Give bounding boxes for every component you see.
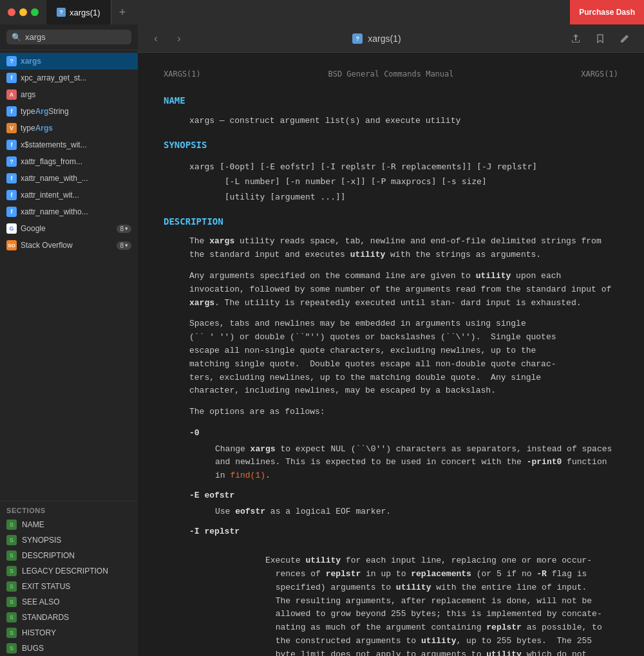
section-item[interactable]: SSTANDARDS <box>0 610 138 625</box>
main-layout: 🔍 ✕ ?xargsfxpc_array_get_st...Aargsftype… <box>0 24 644 656</box>
option-0-desc: Change xargs to expect NUL (``\0'') char… <box>164 443 618 483</box>
section-badge: S <box>6 566 17 576</box>
close-button[interactable] <box>8 8 15 16</box>
section-label: HISTORY <box>22 628 56 637</box>
content-area: ‹ › ? xargs(1) XARGS(1) <box>138 24 644 656</box>
section-label: NAME <box>22 520 44 529</box>
result-item[interactable]: fx$statements_wit... <box>0 136 138 153</box>
maximize-button[interactable] <box>31 8 39 16</box>
section-badge: S <box>6 550 17 561</box>
results-list: ?xargsfxpc_array_get_st...AargsftypeArgS… <box>0 50 138 501</box>
section-label: EXIT STATUS <box>22 582 70 591</box>
result-label: xattr_name_witho... <box>21 207 131 216</box>
option-0-name: -0 <box>164 427 618 440</box>
name-body: xargs — construct argument list(s) and e… <box>164 115 618 128</box>
content-title: xargs(1) <box>368 33 401 44</box>
search-icon: 🔍 <box>12 33 21 42</box>
forward-button[interactable]: › <box>171 31 187 46</box>
share-button[interactable] <box>567 30 585 48</box>
result-item[interactable]: VtypeArgs <box>0 120 138 136</box>
section-item[interactable]: SSEE ALSO <box>0 594 138 610</box>
section-item[interactable]: SBUGS <box>0 641 138 656</box>
tab-bar: ? xargs(1) + Purchase Dash <box>46 0 644 24</box>
result-label: x$statements_wit... <box>21 140 131 149</box>
section-name: NAME <box>164 93 618 108</box>
sidebar: 🔍 ✕ ?xargsfxpc_array_get_st...Aargsftype… <box>0 24 138 656</box>
bookmark-button[interactable] <box>591 30 609 48</box>
result-icon: f <box>6 106 17 117</box>
content-title-icon: ? <box>352 33 363 44</box>
result-icon: f <box>6 73 17 83</box>
result-label: typeArgs <box>21 124 131 133</box>
result-item[interactable]: fxattr_name_with_... <box>0 170 138 187</box>
section-item[interactable]: SHISTORY <box>0 625 138 641</box>
result-label: xattr_intent_wit... <box>21 191 131 200</box>
section-item[interactable]: SDESCRIPTION <box>0 548 138 563</box>
doc-header-line: XARGS(1) BSD General Commands Manual XAR… <box>164 68 618 80</box>
section-label: STANDARDS <box>22 613 69 622</box>
option-E: -E eofstr Use eofstr as a logical EOF ma… <box>164 489 618 519</box>
tab-xargs[interactable]: ? xargs(1) <box>46 0 111 24</box>
section-item[interactable]: SEXIT STATUS <box>0 579 138 594</box>
back-button[interactable]: ‹ <box>148 31 164 46</box>
section-item[interactable]: SSYNOPSIS <box>0 532 138 548</box>
section-label: SEE ALSO <box>22 597 60 606</box>
section-description: DESCRIPTION <box>164 214 618 229</box>
result-icon: SO <box>6 240 17 250</box>
section-label: LEGACY DESCRIPTION <box>22 567 108 576</box>
option-I: -I replstr Execute utility for each inpu… <box>164 525 618 656</box>
section-item[interactable]: SLEGACY DESCRIPTION <box>0 563 138 579</box>
synopsis-body: xargs [-0opt] [-E eofstr] [-I replstr [-… <box>164 159 618 204</box>
doc-header-left: XARGS(1) <box>164 68 201 80</box>
result-label: xpc_array_get_st... <box>21 73 131 82</box>
section-item[interactable]: SNAME <box>0 517 138 532</box>
result-label: Google <box>21 224 113 233</box>
tab-label: xargs(1) <box>70 8 100 17</box>
traffic-lights <box>0 8 46 16</box>
doc-content[interactable]: XARGS(1) BSD General Commands Manual XAR… <box>138 53 644 656</box>
edit-button[interactable] <box>616 30 634 48</box>
result-icon: A <box>6 89 17 100</box>
result-item[interactable]: GGoogle8▾ <box>0 220 138 237</box>
sections-list: SNAMESSYNOPSISSDESCRIPTIONSLEGACY DESCRI… <box>0 517 138 656</box>
result-icon: f <box>6 140 17 150</box>
section-badge: S <box>6 597 17 607</box>
desc-para-1: The xargs utility reads space, tab, newl… <box>164 235 618 262</box>
result-label: Stack Overflow <box>21 241 113 250</box>
result-icon: G <box>6 223 17 234</box>
section-badge: S <box>6 628 17 638</box>
result-label: args <box>21 90 131 99</box>
section-badge: S <box>6 581 17 592</box>
result-item[interactable]: ?xattr_flags_from... <box>0 153 138 170</box>
result-badge: 8▾ <box>117 241 131 250</box>
result-item[interactable]: ftypeArgString <box>0 103 138 120</box>
result-item[interactable]: fxattr_intent_wit... <box>0 187 138 203</box>
search-input[interactable] <box>25 32 133 42</box>
option-I-name: -I replstr <box>164 525 618 539</box>
result-item[interactable]: fxpc_array_get_st... <box>0 70 138 86</box>
section-badge: S <box>6 643 17 653</box>
section-badge: S <box>6 520 17 530</box>
result-badge: 8▾ <box>117 225 131 233</box>
search-bar: 🔍 ✕ <box>0 24 138 50</box>
titlebar: ? xargs(1) + Purchase Dash <box>0 0 644 24</box>
purchase-button[interactable]: Purchase Dash <box>570 0 644 24</box>
result-item[interactable]: fxattr_name_witho... <box>0 203 138 220</box>
add-tab-button[interactable]: + <box>111 0 134 24</box>
result-item[interactable]: SOStack Overflow8▾ <box>0 237 138 254</box>
option-E-desc: Use eofstr as a logical EOF marker. <box>164 505 618 519</box>
section-badge: S <box>6 612 17 623</box>
desc-para-4: The options are as follows: <box>164 406 618 419</box>
section-badge: S <box>6 535 17 545</box>
minimize-button[interactable] <box>19 8 27 16</box>
result-item[interactable]: ?xargs <box>0 53 138 70</box>
desc-para-3: Spaces, tabs and newlines may be embedde… <box>164 317 618 398</box>
section-label: SYNOPSIS <box>22 536 61 545</box>
section-label: BUGS <box>22 644 44 653</box>
result-label: xattr_name_with_... <box>21 174 131 183</box>
tab-icon: ? <box>57 8 66 17</box>
section-synopsis: SYNOPSIS <box>164 138 618 152</box>
result-icon: ? <box>6 156 17 167</box>
result-item[interactable]: Aargs <box>0 86 138 103</box>
section-label: DESCRIPTION <box>22 551 75 560</box>
